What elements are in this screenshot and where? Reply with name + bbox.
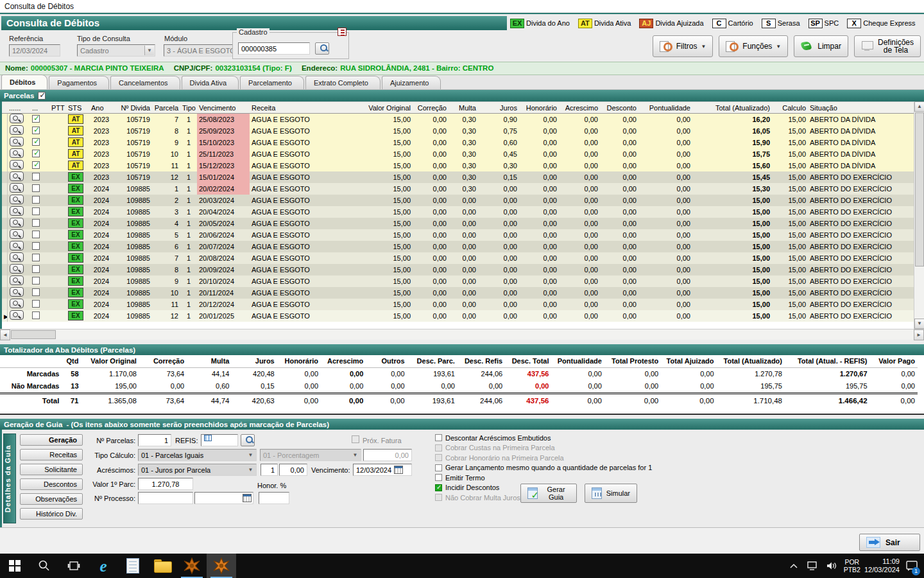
- row-checkbox[interactable]: [32, 138, 40, 146]
- option-checkbox[interactable]: [435, 484, 442, 491]
- cadastro-search-button[interactable]: [315, 42, 329, 55]
- limpar-button[interactable]: Limpar: [794, 35, 848, 57]
- app-window-1-button[interactable]: [177, 554, 207, 578]
- start-button[interactable]: [0, 554, 30, 578]
- parcela-row[interactable]: AT202310571911115/12/2023AGUA E ESGOTO15…: [2, 160, 914, 171]
- taskbar-clock[interactable]: 11:0912/03/2024: [864, 557, 900, 574]
- task-view-button[interactable]: [59, 554, 89, 578]
- geracao-nav-2[interactable]: Receitas: [20, 449, 83, 460]
- prox-fatura-checkbox[interactable]: [352, 435, 359, 443]
- parcela-row[interactable]: EX202310571912115/01/2024AGUA E ESGOTO15…: [2, 171, 914, 183]
- magnifier-icon[interactable]: [10, 310, 24, 320]
- refis-input[interactable]: [201, 434, 238, 446]
- gerar-guia-button[interactable]: Gerar Guia: [520, 484, 577, 503]
- magnifier-icon[interactable]: [10, 206, 24, 216]
- magnifier-icon[interactable]: [10, 171, 24, 181]
- row-checkbox[interactable]: [32, 277, 40, 285]
- parcela-row[interactable]: ▶EX202410988512120/01/2025AGUA E ESGOTO1…: [2, 310, 914, 322]
- parcela-row[interactable]: EX20241098855120/06/2024AGUA E ESGOTO15,…: [2, 229, 914, 241]
- row-checkbox[interactable]: [32, 219, 40, 227]
- magnifier-icon[interactable]: [10, 252, 24, 262]
- magnifier-icon[interactable]: [10, 299, 24, 308]
- scroll-up-icon[interactable]: ▲: [914, 101, 924, 112]
- tab-4[interactable]: Divida Ativa: [182, 76, 239, 89]
- magnifier-icon[interactable]: [10, 160, 24, 170]
- magnifier-icon[interactable]: [10, 276, 24, 285]
- geracao-nav-1[interactable]: Geração: [20, 434, 83, 446]
- tab-7[interactable]: Ajuizamento: [382, 76, 441, 89]
- refis-search-button[interactable]: [241, 434, 255, 446]
- magnifier-icon[interactable]: [10, 183, 24, 193]
- parcela-row[interactable]: EX20241098852120/03/2024AGUA E ESGOTO15,…: [2, 195, 914, 206]
- row-checkbox[interactable]: [32, 242, 40, 250]
- volume-button[interactable]: [825, 554, 840, 578]
- tab-6[interactable]: Extrato Completo: [305, 76, 381, 89]
- app-window-2-button[interactable]: [207, 554, 236, 578]
- row-checkbox[interactable]: [32, 127, 40, 134]
- processo-input[interactable]: [138, 492, 193, 504]
- parcela-row[interactable]: EX202410988510120/11/2024AGUA E ESGOTO15…: [2, 287, 914, 299]
- magnifier-icon[interactable]: [10, 114, 24, 123]
- internet-explorer-button[interactable]: e: [89, 554, 118, 578]
- tray-expand-button[interactable]: [786, 554, 801, 578]
- vertical-scrollbar[interactable]: ▲ ▼: [914, 101, 924, 329]
- scroll-left-icon[interactable]: ◄: [0, 329, 10, 340]
- porcentagem-select[interactable]: 01 - Porcentagem▼: [260, 449, 361, 461]
- magnifier-icon[interactable]: [10, 241, 24, 250]
- parcela-row[interactable]: EX20241098859120/10/2024AGUA E ESGOTO15,…: [2, 276, 914, 287]
- tab-5[interactable]: Parcelamento: [240, 76, 304, 89]
- parcela-row[interactable]: EX20241098854120/05/2024AGUA E ESGOTO15,…: [2, 218, 914, 229]
- row-checkbox[interactable]: [32, 173, 40, 180]
- valor-parc-input[interactable]: [138, 478, 193, 490]
- geracao-nav-6[interactable]: Histórico Div.: [20, 508, 83, 520]
- tab-3[interactable]: Cancelamentos: [110, 76, 180, 89]
- row-checkbox[interactable]: [32, 161, 40, 169]
- scroll-right-icon[interactable]: ►: [914, 329, 924, 340]
- magnifier-icon[interactable]: [10, 137, 24, 146]
- n-parcelas-input[interactable]: [138, 434, 171, 446]
- file-explorer-button[interactable]: [148, 554, 177, 578]
- vertical-scroll-thumb[interactable]: [915, 112, 924, 267]
- magnifier-icon[interactable]: [10, 218, 24, 227]
- parcela-row[interactable]: EX20241098856120/07/2024AGUA E ESGOTO15,…: [2, 241, 914, 252]
- acrescimos-select[interactable]: 01 - Juros por Parcela▼: [138, 464, 257, 476]
- acrescimos-amount-input[interactable]: [279, 464, 307, 476]
- porcentagem-amount-input[interactable]: [363, 449, 412, 461]
- funcoes-button[interactable]: Funções ▼: [719, 35, 788, 57]
- grid-icon[interactable]: [243, 494, 252, 502]
- option-checkbox[interactable]: [435, 434, 442, 441]
- parcela-row[interactable]: EX202410988511120/12/2024AGUA E ESGOTO15…: [2, 299, 914, 310]
- magnifier-icon[interactable]: [10, 287, 24, 297]
- sair-button[interactable]: Sair: [859, 534, 920, 551]
- parcela-row[interactable]: EX20241098858120/09/2024AGUA E ESGOTO15,…: [2, 264, 914, 276]
- row-checkbox[interactable]: [32, 207, 40, 215]
- definicoes-tela-button[interactable]: Definiçõesde Tela: [854, 35, 921, 57]
- horizontal-scroll-thumb[interactable]: [11, 330, 56, 339]
- cadastro-input[interactable]: [238, 42, 310, 55]
- network-status-button[interactable]: [805, 554, 821, 578]
- row-checkbox[interactable]: [32, 288, 40, 296]
- tipo-consulta-select[interactable]: Cadastro▼: [77, 44, 155, 57]
- list-icon[interactable]: [338, 28, 346, 36]
- parcela-row[interactable]: AT20231057197125/08/2023AGUA E ESGOTO15,…: [2, 114, 914, 125]
- simular-button[interactable]: Simular: [585, 484, 637, 503]
- parcela-row[interactable]: EX20241098853120/04/2024AGUA E ESGOTO15,…: [2, 206, 914, 218]
- magnifier-icon[interactable]: [10, 148, 24, 158]
- referencia-input[interactable]: [9, 44, 60, 57]
- parcela-row[interactable]: EX20241098851120/02/2024AGUA E ESGOTO15,…: [2, 183, 914, 195]
- notification-center-button[interactable]: 1: [903, 554, 920, 578]
- tipo-calculo-select[interactable]: 01 - Parcelas Iguais▼: [138, 449, 257, 461]
- magnifier-icon[interactable]: [10, 229, 24, 239]
- parcela-row[interactable]: EX20241098857120/08/2024AGUA E ESGOTO15,…: [2, 252, 914, 264]
- parcela-row[interactable]: AT202310571910125/11/2023AGUA E ESGOTO15…: [2, 148, 914, 160]
- vencimento-input[interactable]: 12/03/2024: [353, 464, 412, 476]
- language-indicator[interactable]: PORPTB2: [844, 558, 860, 574]
- detalhes-da-guia-tab[interactable]: Detalhes da Guia: [3, 434, 16, 523]
- row-checkbox[interactable]: [32, 115, 40, 123]
- geracao-nav-5[interactable]: Observações: [20, 493, 83, 505]
- processo-aux-input[interactable]: [194, 492, 253, 504]
- magnifier-icon[interactable]: [10, 195, 24, 204]
- parcela-row[interactable]: AT20231057198125/09/2023AGUA E ESGOTO15,…: [2, 125, 914, 137]
- row-checkbox[interactable]: [32, 300, 40, 308]
- magnifier-icon[interactable]: [10, 125, 24, 135]
